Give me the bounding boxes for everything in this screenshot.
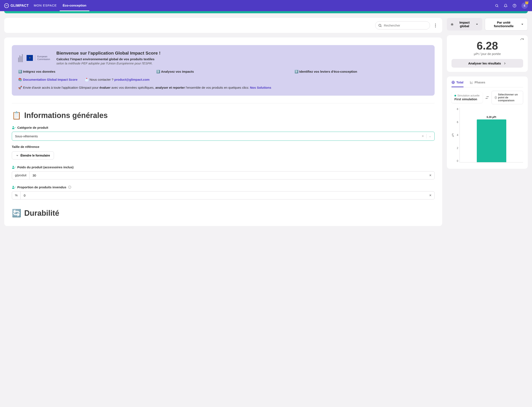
- chevron-down-icon[interactable]: ⌄: [427, 134, 431, 138]
- analyze-results-button[interactable]: Analyser les résultats: [452, 59, 523, 68]
- info-icon[interactable]: [68, 186, 71, 189]
- step-2: 2️⃣ Analysez vos impacts: [156, 70, 290, 73]
- current-simulation[interactable]: Simulation actuelle First simulation: [452, 92, 483, 103]
- label-unsold: Proportion de produits invendus: [12, 185, 435, 189]
- logo-text: GLIMPACT: [10, 4, 29, 8]
- welcome-panel: ★ EuropeanCommission Bienvenue sur l'app…: [12, 45, 435, 96]
- search-icon[interactable]: [495, 4, 499, 8]
- unsold-input[interactable]: [21, 191, 426, 199]
- impact-global-button[interactable]: Impact global: [447, 18, 482, 31]
- score-unit: µPt / jour de portée: [452, 52, 523, 56]
- svg-point-6: [13, 186, 14, 187]
- welcome-title: Bienvenue sur l'application Global Impac…: [56, 51, 161, 56]
- crown-icon: 👑: [525, 1, 529, 4]
- search-input[interactable]: [375, 21, 430, 30]
- clear-icon[interactable]: ×: [426, 172, 434, 179]
- main-panel: ★ EuropeanCommission Bienvenue sur l'app…: [4, 38, 442, 226]
- unit-functional-button[interactable]: Par unité fonctionnelle: [485, 18, 528, 31]
- svg-point-5: [13, 166, 14, 167]
- bell-icon[interactable]: [504, 4, 508, 8]
- category-select[interactable]: Sous-vêtements × ⌄: [12, 132, 435, 141]
- compare-simulation[interactable]: +Sélectionner un point de comparaison: [492, 91, 523, 104]
- swap-icon[interactable]: [485, 96, 489, 99]
- category-value: Sous-vêtements: [15, 134, 38, 138]
- chevron-down-icon: [16, 154, 19, 157]
- label-taille: Taille de référence: [12, 145, 435, 149]
- expand-form-button[interactable]: Étendre le formulaire: [12, 151, 54, 159]
- more-menu-button[interactable]: [433, 23, 438, 27]
- weight-input[interactable]: [30, 172, 426, 179]
- step-1: 1️⃣ Intégrez vos données: [18, 70, 152, 73]
- section-title-info: 📋 Informations générales: [12, 111, 435, 120]
- help-icon[interactable]: [513, 4, 516, 8]
- logo[interactable]: GLIMPACT: [4, 3, 29, 8]
- label-category: Catégorie de produit: [12, 126, 435, 130]
- clear-icon[interactable]: ×: [421, 134, 427, 138]
- search-icon: [378, 23, 382, 27]
- person-icon: [12, 165, 16, 169]
- tab-total[interactable]: Total: [452, 81, 463, 87]
- score-value: 6.28: [452, 39, 523, 52]
- svg-point-3: [379, 24, 381, 27]
- weight-input-group: g/produit ×: [12, 171, 435, 180]
- person-icon: [12, 126, 16, 130]
- unsold-input-group: % ×: [12, 191, 435, 199]
- eu-commission-badge: ★ EuropeanCommission: [18, 51, 50, 65]
- caret-down-icon: [521, 23, 524, 26]
- globe-icon: [452, 81, 455, 84]
- nav-tab-eco-conception[interactable]: Éco-conception: [60, 0, 89, 11]
- clear-icon[interactable]: ×: [426, 191, 434, 199]
- chevron-right-icon: [503, 62, 507, 65]
- user-avatar[interactable]: 👑 E: [522, 2, 528, 9]
- caret-down-icon: [476, 23, 478, 26]
- welcome-subtitle-1: Calculez l'impact environnemental global…: [56, 57, 161, 61]
- svg-point-2: [515, 6, 515, 7]
- nav-tab-mon-espace[interactable]: MON ESPACE: [31, 0, 60, 11]
- unit-label: g/produit: [12, 172, 30, 179]
- svg-point-4: [13, 126, 14, 127]
- label-weight: Poids du produit (accessoires inclus): [12, 165, 435, 169]
- score-card: 6.28 µPt / jour de portée Analyser les r…: [447, 35, 528, 72]
- top-navbar: GLIMPACT MON ESPACE Éco-conception 👑 E: [0, 0, 532, 11]
- person-icon: [12, 185, 16, 189]
- documentation-link[interactable]: 📚 Documentation Global Impact Score: [18, 78, 78, 82]
- bar-chart: µPt 86420 6.28 µPt: [452, 108, 523, 162]
- search-card: [4, 18, 442, 33]
- section-title-durability: 🔄 Durabilité: [12, 209, 435, 218]
- unit-label: %: [12, 191, 21, 199]
- solutions-link[interactable]: Nos Solutions: [250, 86, 271, 89]
- logo-icon: [4, 3, 9, 8]
- svg-point-0: [496, 4, 498, 7]
- step-3: 3️⃣ Identifiez vos leviers d'éco-concept…: [294, 70, 428, 73]
- bar-chart-icon: [470, 81, 473, 84]
- refresh-icon: [520, 38, 524, 42]
- promo-text: 🚀 Envie d'avoir accès à toute l'applicat…: [18, 85, 428, 90]
- chart-card: Total Phases Simulation actuelle First s…: [447, 77, 528, 169]
- contact-link[interactable]: 📩 Nous contacter ? product@glimpact.com: [85, 78, 150, 82]
- tab-phases[interactable]: Phases: [470, 81, 485, 87]
- welcome-subtitle-2: selon la méthode PEF adoptée par l'Union…: [56, 62, 161, 65]
- teal-banner: [4, 11, 528, 13]
- refresh-button[interactable]: [520, 38, 524, 43]
- y-axis-label: µPt: [452, 133, 454, 137]
- scale-icon: [451, 23, 453, 26]
